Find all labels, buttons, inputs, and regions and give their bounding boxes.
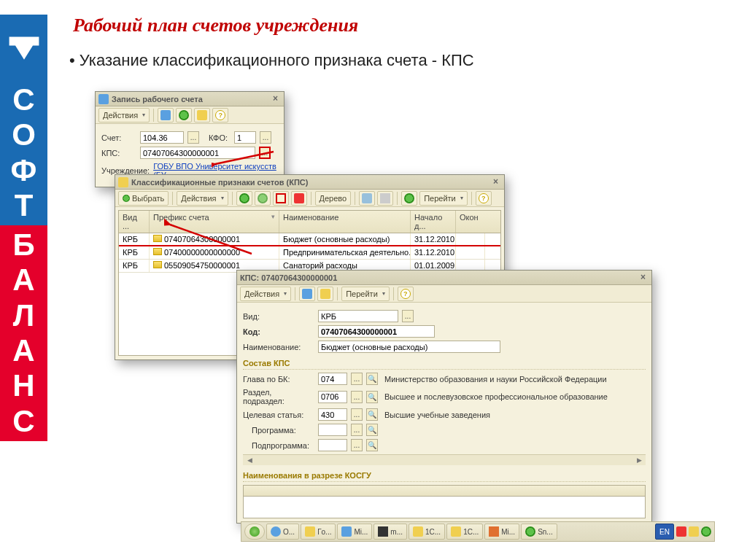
- taskbar: О... Гo... Mi... m... 1C... 1C... Mi... …: [241, 521, 715, 542]
- goto-menu[interactable]: Перейти: [341, 287, 390, 301]
- kps-input[interactable]: 07407064300000001: [140, 147, 255, 159]
- save-icon[interactable]: [299, 287, 315, 301]
- task-item[interactable]: О...: [266, 524, 299, 540]
- col-name[interactable]: Наименование: [279, 211, 411, 233]
- save-icon[interactable]: [158, 108, 174, 122]
- name-input[interactable]: Бюджет (основные расходы): [318, 341, 500, 353]
- lang-indicator[interactable]: EN: [655, 524, 674, 540]
- brand-text-soft: СОФТ: [0, 80, 47, 225]
- scroll-left-icon[interactable]: ◀: [244, 456, 255, 464]
- razdel-search-icon[interactable]: 🔍: [366, 391, 378, 403]
- subprog-search-icon[interactable]: 🔍: [366, 439, 378, 451]
- cel-search-icon[interactable]: 🔍: [366, 408, 378, 421]
- kfo-input[interactable]: 1: [234, 131, 256, 144]
- report-icon[interactable]: [317, 287, 333, 301]
- hscroll[interactable]: ◀ ▶: [243, 454, 646, 465]
- start-button[interactable]: [244, 524, 265, 540]
- glava-search-icon[interactable]: 🔍: [366, 373, 378, 385]
- table-row[interactable]: КРБ 07400000000000000 Предпринимательска…: [119, 246, 500, 260]
- help-icon[interactable]: ?: [476, 191, 492, 206]
- tray-icon[interactable]: [701, 526, 711, 537]
- task-item[interactable]: 1C...: [409, 524, 445, 540]
- task-item[interactable]: 1C...: [446, 524, 483, 540]
- cel-desc: Высшие учебные заведения: [384, 411, 490, 419]
- scroll-right-icon[interactable]: ▶: [634, 456, 644, 464]
- kfo-label: КФО:: [209, 133, 231, 142]
- vid-picker[interactable]: ...: [402, 310, 414, 322]
- refresh-icon[interactable]: [401, 191, 417, 206]
- razdel-desc: Высшее и послевузовское профессиональное…: [384, 392, 608, 401]
- add-icon[interactable]: [236, 191, 252, 206]
- delete-icon[interactable]: [291, 191, 307, 206]
- close-icon[interactable]: ×: [638, 272, 649, 283]
- toolbar-win1: Действия ?: [96, 106, 284, 124]
- close-icon[interactable]: ×: [490, 176, 501, 187]
- prog-search-icon[interactable]: 🔍: [366, 424, 378, 436]
- page-title: Рабочий план счетов учреждения: [73, 15, 740, 36]
- cel-picker[interactable]: ...: [351, 408, 363, 421]
- close-icon[interactable]: ×: [270, 93, 281, 104]
- filter-icon[interactable]: [359, 191, 375, 206]
- kps-picker[interactable]: ...: [259, 147, 271, 159]
- report-icon[interactable]: [194, 108, 210, 122]
- razdel-picker[interactable]: ...: [351, 391, 363, 403]
- row-icon: [153, 248, 162, 255]
- toolbar-win3: Действия Перейти ?: [237, 285, 651, 303]
- col-prefix[interactable]: Префикс счета▾: [150, 211, 279, 233]
- edit-icon[interactable]: [273, 191, 289, 206]
- window-title-text: КПС: 07407064300000001: [240, 273, 337, 282]
- prog-input[interactable]: [318, 424, 347, 436]
- window-title-text: Запись рабочего счета: [112, 95, 203, 104]
- actions-menu[interactable]: Действия: [177, 191, 228, 206]
- refresh-icon[interactable]: [176, 108, 192, 122]
- cel-label: Целевая статья:: [243, 411, 314, 419]
- kod-label: Код:: [243, 327, 314, 336]
- filter-clear-icon[interactable]: [377, 191, 393, 206]
- kod-input[interactable]: 07407064300000001: [318, 325, 435, 338]
- glava-input[interactable]: 074: [318, 373, 347, 385]
- help-icon[interactable]: ?: [212, 108, 228, 122]
- razdel-input[interactable]: 0706: [318, 391, 347, 403]
- col-vid[interactable]: Вид ...: [119, 211, 150, 233]
- brand-sidebar: СОФТ БАЛАНС: [0, 0, 47, 560]
- task-item[interactable]: Mi...: [337, 524, 372, 540]
- glava-desc: Министерство образования и науки Российс…: [384, 375, 607, 384]
- prog-label: Программа:: [243, 426, 314, 435]
- window-icon: [118, 177, 128, 187]
- actions-menu[interactable]: Действия: [240, 287, 291, 301]
- select-button[interactable]: Выбрать: [118, 191, 169, 206]
- tree-toggle[interactable]: Дерево: [315, 191, 352, 206]
- glava-label: Глава по БК:: [243, 375, 314, 384]
- task-item[interactable]: Гo...: [301, 524, 336, 540]
- task-item[interactable]: m...: [374, 524, 407, 540]
- toolbar-win2: Выбрать Действия Дерево Перейти ?: [115, 190, 504, 207]
- schet-label: Счет:: [101, 133, 136, 142]
- svg-marker-0: [9, 37, 39, 60]
- add-group-icon[interactable]: [255, 191, 271, 206]
- window-icon: [98, 94, 109, 104]
- cel-input[interactable]: 430: [318, 408, 347, 421]
- row-icon: [153, 235, 162, 242]
- kfo-picker[interactable]: ...: [260, 131, 271, 144]
- help-icon[interactable]: ?: [398, 287, 414, 301]
- glava-picker[interactable]: ...: [351, 373, 363, 385]
- section-sostav: Состав КПС: [243, 359, 646, 370]
- schet-input[interactable]: 104.36: [140, 131, 184, 144]
- vid-input[interactable]: КРБ: [318, 310, 398, 322]
- goto-menu[interactable]: Перейти: [419, 191, 468, 206]
- task-item[interactable]: Sn...: [521, 524, 557, 540]
- kosgu-grid[interactable]: [243, 485, 646, 518]
- kps-label: КПС:: [101, 149, 136, 158]
- actions-menu[interactable]: Действия: [98, 108, 150, 122]
- tray-icon[interactable]: [676, 526, 686, 537]
- tray-icon[interactable]: [689, 526, 699, 537]
- window-account-record: Запись рабочего счета × Действия ? Счет:…: [95, 91, 285, 187]
- table-row[interactable]: КРБ 07407064300000001 Бюджет (основные р…: [119, 233, 500, 246]
- col-okon[interactable]: Окон: [456, 211, 485, 233]
- subprog-picker[interactable]: ...: [351, 439, 363, 451]
- task-item[interactable]: Mi...: [484, 524, 519, 540]
- col-nach[interactable]: Начало д...: [411, 211, 456, 233]
- subprog-input[interactable]: [318, 439, 347, 451]
- prog-picker[interactable]: ...: [351, 424, 363, 436]
- schet-picker[interactable]: ...: [187, 131, 199, 144]
